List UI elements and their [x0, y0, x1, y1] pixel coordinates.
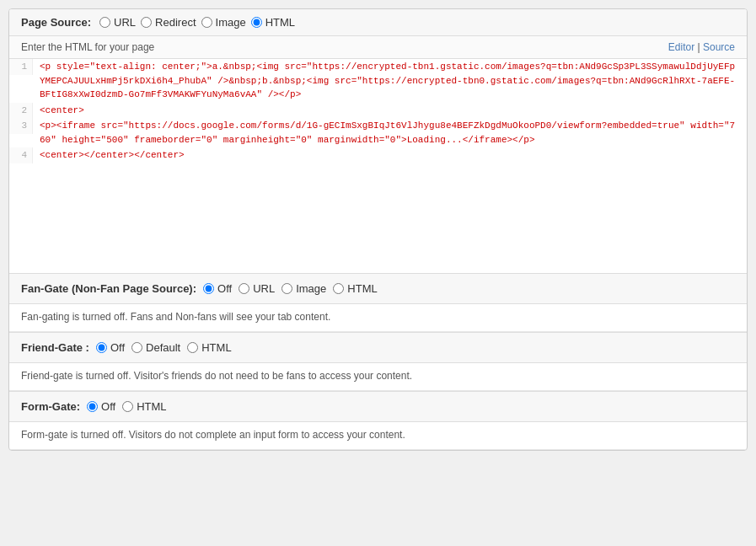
friend-gate-header: Friend-Gate : Off Default HTML — [9, 333, 747, 363]
fan-gate-url-option[interactable]: URL — [239, 282, 275, 295]
editor-link[interactable]: Editor — [668, 41, 694, 53]
friend-gate-off-label: Off — [110, 341, 125, 354]
code-line-1: 1 <p style="text-align: center;">a.&nbsp… — [9, 59, 747, 103]
line-number-1: 1 — [9, 59, 33, 75]
html-radio[interactable] — [251, 17, 262, 28]
html-option[interactable]: HTML — [251, 16, 295, 29]
fan-gate-url-radio[interactable] — [239, 283, 249, 294]
friend-gate-default-option[interactable]: Default — [131, 341, 180, 354]
redirect-option[interactable]: Redirect — [141, 16, 196, 29]
page-source-title: Page Source: — [21, 16, 91, 29]
fan-gate-title: Fan-Gate (Non-Fan Page Source): — [21, 282, 196, 295]
code-line-3: 3 <p><iframe src="https://docs.google.co… — [9, 118, 747, 147]
fan-gate-off-label: Off — [217, 282, 232, 295]
form-gate-section: Form-Gate: Off HTML Form-gate is turned … — [9, 392, 747, 450]
friend-gate-title: Friend-Gate : — [21, 341, 89, 354]
friend-gate-default-label: Default — [146, 341, 180, 354]
url-option[interactable]: URL — [99, 16, 136, 29]
form-gate-header: Form-Gate: Off HTML — [9, 392, 747, 422]
form-gate-html-radio[interactable] — [122, 401, 133, 412]
url-radio[interactable] — [99, 17, 110, 28]
editor-hint: Enter the HTML for your page — [21, 41, 154, 53]
fan-gate-off-radio[interactable] — [203, 283, 214, 294]
image-label: Image — [216, 16, 246, 29]
line-number-2: 2 — [9, 103, 33, 119]
friend-gate-description: Friend-gate is turned off. Visitor's fri… — [9, 363, 747, 391]
fan-gate-description: Fan-gating is turned off. Fans and Non-f… — [9, 304, 747, 332]
form-gate-off-option[interactable]: Off — [87, 400, 115, 413]
redirect-radio[interactable] — [141, 17, 152, 28]
fan-gate-image-radio[interactable] — [281, 283, 292, 294]
fan-gate-html-label: HTML — [347, 282, 377, 295]
friend-gate-off-radio[interactable] — [96, 342, 107, 353]
html-code-area[interactable]: 1 <p style="text-align: center;">a.&nbsp… — [9, 59, 747, 274]
html-label: HTML — [265, 16, 295, 29]
line-content-2: <center> — [33, 103, 747, 119]
editor-source-links: Editor | Source — [668, 41, 735, 53]
editor-source-bar: Enter the HTML for your page Editor | So… — [9, 36, 747, 59]
form-gate-description: Form-gate is turned off. Visitors do not… — [9, 422, 747, 450]
form-gate-html-option[interactable]: HTML — [122, 400, 166, 413]
form-gate-off-radio[interactable] — [87, 401, 98, 412]
image-radio[interactable] — [201, 17, 212, 28]
page-source-section: Page Source: URL Redirect Image HTML — [9, 9, 747, 36]
line-content-1: <p style="text-align: center;">a.&nbsp;<… — [33, 59, 747, 103]
line-number-4: 4 — [9, 147, 33, 163]
friend-gate-section: Friend-Gate : Off Default HTML Friend-ga… — [9, 333, 747, 392]
fan-gate-html-option[interactable]: HTML — [333, 282, 377, 295]
line-number-3: 3 — [9, 118, 33, 134]
form-gate-html-label: HTML — [137, 400, 166, 413]
friend-gate-html-radio[interactable] — [187, 342, 198, 353]
code-line-2: 2 <center> — [9, 103, 747, 119]
fan-gate-off-option[interactable]: Off — [203, 282, 232, 295]
line-content-4: <center></center></center> — [33, 147, 747, 163]
friend-gate-html-label: HTML — [201, 341, 231, 354]
fan-gate-image-label: Image — [296, 282, 326, 295]
fan-gate-image-option[interactable]: Image — [281, 282, 326, 295]
friend-gate-off-option[interactable]: Off — [96, 341, 125, 354]
fan-gate-url-label: URL — [253, 282, 275, 295]
url-label: URL — [114, 16, 136, 29]
image-option[interactable]: Image — [201, 16, 246, 29]
source-link[interactable]: Source — [703, 41, 735, 53]
friend-gate-html-option[interactable]: HTML — [187, 341, 231, 354]
redirect-label: Redirect — [155, 16, 196, 29]
fan-gate-section: Fan-Gate (Non-Fan Page Source): Off URL … — [9, 274, 747, 333]
fan-gate-header: Fan-Gate (Non-Fan Page Source): Off URL … — [9, 274, 747, 304]
code-line-4: 4 <center></center></center> — [9, 147, 747, 163]
form-gate-title: Form-Gate: — [21, 400, 80, 413]
line-content-3: <p><iframe src="https://docs.google.com/… — [33, 118, 747, 147]
friend-gate-default-radio[interactable] — [131, 342, 142, 353]
form-gate-off-label: Off — [101, 400, 115, 413]
fan-gate-html-radio[interactable] — [333, 283, 344, 294]
